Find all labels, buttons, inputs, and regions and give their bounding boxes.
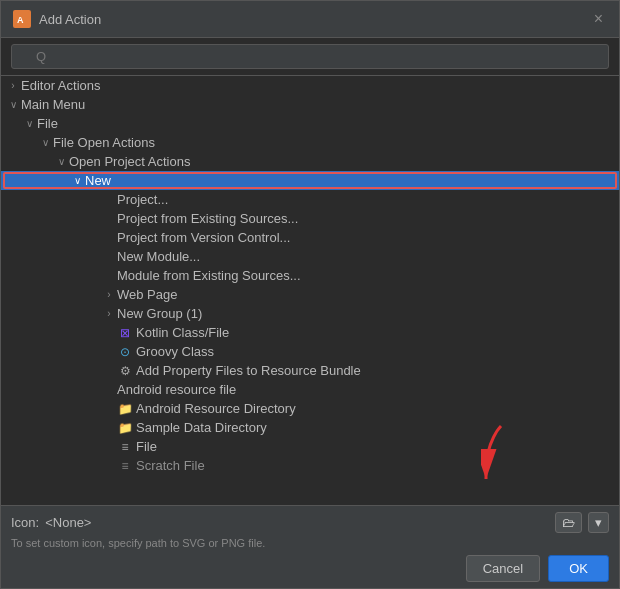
item-label: File	[136, 439, 157, 454]
tree-item[interactable]: Project...	[1, 190, 619, 209]
tree-item[interactable]: Project from Version Control...	[1, 228, 619, 247]
hint-text: To set custom icon, specify path to SVG …	[11, 537, 609, 549]
item-label: New Module...	[117, 249, 200, 264]
folder-icon: 📁	[117, 421, 133, 435]
tree-item[interactable]: › Web Page	[1, 285, 619, 304]
item-label: Sample Data Directory	[136, 420, 267, 435]
add-action-dialog: A Add Action × 🔍 › Editor Actions ∨ Main…	[0, 0, 620, 589]
tree-item[interactable]: ≡ Scratch File	[1, 456, 619, 475]
gear-icon: ⚙	[117, 364, 133, 378]
tree-item[interactable]: ⚙ Add Property Files to Resource Bundle	[1, 361, 619, 380]
folder-icon: 📁	[117, 402, 133, 416]
chevron-icon: ∨	[69, 175, 85, 186]
item-label: Android Resource Directory	[136, 401, 296, 416]
tree-item[interactable]: 📁 Sample Data Directory	[1, 418, 619, 437]
item-label: Open Project Actions	[69, 154, 190, 169]
tree-item[interactable]: ⊙ Groovy Class	[1, 342, 619, 361]
icon-value: <None>	[45, 515, 549, 530]
chevron-icon: ›	[5, 80, 21, 91]
groovy-icon: ⊙	[117, 345, 133, 359]
item-label: Main Menu	[21, 97, 85, 112]
tree-item[interactable]: ∨ File Open Actions	[1, 133, 619, 152]
item-label: Groovy Class	[136, 344, 214, 359]
item-label-new: New	[85, 173, 111, 188]
tree-item[interactable]: ∨ Main Menu	[1, 95, 619, 114]
file-icon: ≡	[117, 459, 133, 473]
search-input[interactable]	[11, 44, 609, 69]
item-label: Android resource file	[117, 382, 236, 397]
item-label: Web Page	[117, 287, 177, 302]
chevron-icon: ›	[101, 289, 117, 300]
tree-item[interactable]: ⊠ Kotlin Class/File	[1, 323, 619, 342]
item-label: File	[37, 116, 58, 131]
button-row: Cancel OK	[11, 555, 609, 582]
svg-text:A: A	[17, 15, 24, 25]
chevron-icon: ›	[101, 308, 117, 319]
tree-item[interactable]: ∨ Open Project Actions	[1, 152, 619, 171]
tree-item[interactable]: Android resource file	[1, 380, 619, 399]
title-bar-left: A Add Action	[13, 10, 101, 28]
icon-row: Icon: <None> 🗁 ▾	[11, 512, 609, 533]
item-label: Project from Version Control...	[117, 230, 290, 245]
item-label: Project from Existing Sources...	[117, 211, 298, 226]
dialog-title: Add Action	[39, 12, 101, 27]
tree-item[interactable]: New Module...	[1, 247, 619, 266]
tree-item[interactable]: › New Group (1)	[1, 304, 619, 323]
chevron-icon: ∨	[21, 118, 37, 129]
footer: Icon: <None> 🗁 ▾ To set custom icon, spe…	[1, 505, 619, 588]
chevron-icon: ∨	[5, 99, 21, 110]
item-label: Kotlin Class/File	[136, 325, 229, 340]
chevron-icon: ∨	[53, 156, 69, 167]
item-label: File Open Actions	[53, 135, 155, 150]
icon-dropdown-button[interactable]: ▾	[588, 512, 609, 533]
tree-item[interactable]: ∨ File	[1, 114, 619, 133]
item-label: Module from Existing Sources...	[117, 268, 301, 283]
tree-item[interactable]: Module from Existing Sources...	[1, 266, 619, 285]
app-icon: A	[13, 10, 31, 28]
tree-item[interactable]: 📁 Android Resource Directory	[1, 399, 619, 418]
tree-item-new[interactable]: ∨ New	[1, 171, 619, 190]
cancel-button[interactable]: Cancel	[466, 555, 540, 582]
item-label: New Group (1)	[117, 306, 202, 321]
chevron-icon: ∨	[37, 137, 53, 148]
tree-item[interactable]: › Editor Actions	[1, 76, 619, 95]
tree-area[interactable]: › Editor Actions ∨ Main Menu ∨ File ∨ Fi…	[1, 76, 619, 505]
tree-item[interactable]: ≡ File	[1, 437, 619, 456]
icon-label: Icon:	[11, 515, 39, 530]
item-label: Project...	[117, 192, 168, 207]
icon-folder-button[interactable]: 🗁	[555, 512, 582, 533]
file-icon: ≡	[117, 440, 133, 454]
item-label: Scratch File	[136, 458, 205, 473]
search-wrapper: 🔍	[11, 44, 609, 69]
search-bar: 🔍	[1, 38, 619, 76]
close-button[interactable]: ×	[590, 9, 607, 29]
ok-button[interactable]: OK	[548, 555, 609, 582]
item-label: Editor Actions	[21, 78, 101, 93]
kotlin-icon: ⊠	[117, 326, 133, 340]
item-label: Add Property Files to Resource Bundle	[136, 363, 361, 378]
tree-item[interactable]: Project from Existing Sources...	[1, 209, 619, 228]
title-bar: A Add Action ×	[1, 1, 619, 38]
